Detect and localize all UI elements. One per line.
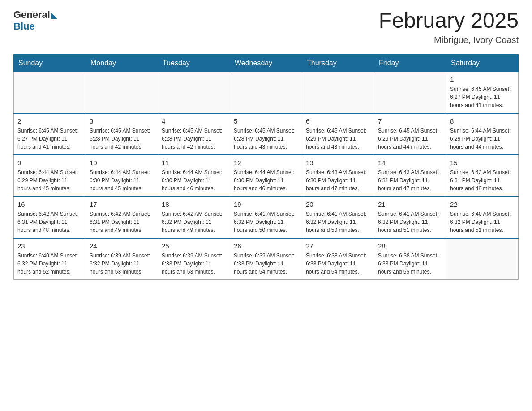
day-number: 25 — [162, 242, 226, 250]
day-number: 7 — [378, 117, 442, 125]
day-info: Sunrise: 6:45 AM Sunset: 6:27 PM Dayligh… — [17, 127, 82, 151]
day-info: Sunrise: 6:41 AM Sunset: 6:32 PM Dayligh… — [378, 210, 442, 234]
day-number: 2 — [17, 117, 82, 125]
day-info: Sunrise: 6:45 AM Sunset: 6:29 PM Dayligh… — [306, 127, 370, 151]
day-number: 22 — [450, 201, 515, 208]
day-info: Sunrise: 6:39 AM Sunset: 6:32 PM Dayligh… — [90, 252, 154, 276]
day-of-week-header: Friday — [374, 54, 446, 72]
day-number: 21 — [378, 201, 442, 208]
calendar-day-cell: 6Sunrise: 6:45 AM Sunset: 6:29 PM Daylig… — [302, 113, 374, 155]
logo-arrow-icon — [51, 13, 57, 19]
calendar-day-cell: 3Sunrise: 6:45 AM Sunset: 6:28 PM Daylig… — [86, 113, 158, 155]
day-number: 9 — [17, 159, 82, 167]
calendar-day-cell: 12Sunrise: 6:44 AM Sunset: 6:30 PM Dayli… — [230, 155, 302, 197]
day-of-week-header: Saturday — [446, 54, 519, 72]
calendar-day-cell: 27Sunrise: 6:38 AM Sunset: 6:33 PM Dayli… — [302, 238, 374, 280]
calendar-day-cell: 14Sunrise: 6:43 AM Sunset: 6:31 PM Dayli… — [374, 155, 446, 197]
month-title: February 2025 — [379, 9, 519, 33]
logo-general-text: General — [13, 9, 50, 21]
calendar-day-cell — [230, 72, 302, 113]
day-number: 19 — [234, 201, 298, 208]
calendar-week-row: 2Sunrise: 6:45 AM Sunset: 6:27 PM Daylig… — [14, 113, 519, 155]
calendar-day-cell: 1Sunrise: 6:45 AM Sunset: 6:27 PM Daylig… — [446, 72, 519, 113]
calendar-day-cell: 15Sunrise: 6:43 AM Sunset: 6:31 PM Dayli… — [446, 155, 519, 197]
day-info: Sunrise: 6:45 AM Sunset: 6:28 PM Dayligh… — [90, 127, 154, 151]
day-info: Sunrise: 6:39 AM Sunset: 6:33 PM Dayligh… — [162, 252, 226, 276]
calendar-week-row: 9Sunrise: 6:44 AM Sunset: 6:29 PM Daylig… — [14, 155, 519, 197]
day-info: Sunrise: 6:43 AM Sunset: 6:31 PM Dayligh… — [450, 168, 515, 193]
day-info: Sunrise: 6:38 AM Sunset: 6:33 PM Dayligh… — [378, 252, 442, 276]
calendar-day-cell: 11Sunrise: 6:44 AM Sunset: 6:30 PM Dayli… — [158, 155, 230, 197]
day-number: 10 — [90, 159, 154, 167]
day-number: 11 — [162, 159, 226, 167]
day-number: 28 — [378, 242, 442, 250]
calendar-day-cell: 9Sunrise: 6:44 AM Sunset: 6:29 PM Daylig… — [14, 155, 86, 197]
day-info: Sunrise: 6:43 AM Sunset: 6:30 PM Dayligh… — [306, 168, 370, 193]
calendar-day-cell: 5Sunrise: 6:45 AM Sunset: 6:28 PM Daylig… — [230, 113, 302, 155]
title-section: February 2025 Mibrigue, Ivory Coast — [379, 9, 519, 45]
day-info: Sunrise: 6:43 AM Sunset: 6:31 PM Dayligh… — [378, 168, 442, 193]
day-number: 26 — [234, 242, 298, 250]
calendar-day-cell — [302, 72, 374, 113]
day-number: 23 — [17, 242, 82, 250]
day-number: 15 — [450, 159, 515, 167]
calendar-week-row: 1Sunrise: 6:45 AM Sunset: 6:27 PM Daylig… — [14, 72, 519, 113]
calendar-day-cell — [14, 72, 86, 113]
location: Mibrigue, Ivory Coast — [379, 35, 519, 45]
calendar-day-cell: 4Sunrise: 6:45 AM Sunset: 6:28 PM Daylig… — [158, 113, 230, 155]
day-number: 3 — [90, 117, 154, 125]
calendar-day-cell: 21Sunrise: 6:41 AM Sunset: 6:32 PM Dayli… — [374, 197, 446, 238]
day-info: Sunrise: 6:44 AM Sunset: 6:30 PM Dayligh… — [162, 168, 226, 193]
day-number: 13 — [306, 159, 370, 167]
calendar-day-cell: 28Sunrise: 6:38 AM Sunset: 6:33 PM Dayli… — [374, 238, 446, 280]
calendar-day-cell: 10Sunrise: 6:44 AM Sunset: 6:30 PM Dayli… — [86, 155, 158, 197]
day-info: Sunrise: 6:45 AM Sunset: 6:28 PM Dayligh… — [162, 127, 226, 151]
day-info: Sunrise: 6:40 AM Sunset: 6:32 PM Dayligh… — [450, 210, 515, 234]
calendar-day-cell: 19Sunrise: 6:41 AM Sunset: 6:32 PM Dayli… — [230, 197, 302, 238]
day-info: Sunrise: 6:45 AM Sunset: 6:28 PM Dayligh… — [234, 127, 298, 151]
day-of-week-header: Sunday — [14, 54, 86, 72]
day-number: 6 — [306, 117, 370, 125]
day-of-week-header: Wednesday — [230, 54, 302, 72]
day-number: 17 — [90, 201, 154, 208]
day-info: Sunrise: 6:44 AM Sunset: 6:30 PM Dayligh… — [90, 168, 154, 193]
day-info: Sunrise: 6:42 AM Sunset: 6:31 PM Dayligh… — [90, 210, 154, 234]
logo: General Blue — [13, 9, 57, 32]
day-of-week-header: Tuesday — [158, 54, 230, 72]
day-info: Sunrise: 6:38 AM Sunset: 6:33 PM Dayligh… — [306, 252, 370, 276]
day-number: 16 — [17, 201, 82, 208]
day-info: Sunrise: 6:45 AM Sunset: 6:29 PM Dayligh… — [378, 127, 442, 151]
day-info: Sunrise: 6:45 AM Sunset: 6:27 PM Dayligh… — [450, 85, 515, 109]
day-of-week-header: Thursday — [302, 54, 374, 72]
day-info: Sunrise: 6:41 AM Sunset: 6:32 PM Dayligh… — [234, 210, 298, 234]
calendar-day-cell: 16Sunrise: 6:42 AM Sunset: 6:31 PM Dayli… — [14, 197, 86, 238]
calendar-day-cell — [158, 72, 230, 113]
day-info: Sunrise: 6:44 AM Sunset: 6:29 PM Dayligh… — [450, 127, 515, 151]
calendar-day-cell — [446, 238, 519, 280]
calendar-day-cell — [86, 72, 158, 113]
logo-blue-text: Blue — [13, 21, 35, 32]
day-number: 18 — [162, 201, 226, 208]
day-info: Sunrise: 6:44 AM Sunset: 6:29 PM Dayligh… — [17, 168, 82, 193]
day-info: Sunrise: 6:41 AM Sunset: 6:32 PM Dayligh… — [306, 210, 370, 234]
day-number: 20 — [306, 201, 370, 208]
calendar-day-cell: 24Sunrise: 6:39 AM Sunset: 6:32 PM Dayli… — [86, 238, 158, 280]
day-info: Sunrise: 6:40 AM Sunset: 6:32 PM Dayligh… — [17, 252, 82, 276]
calendar-day-cell: 22Sunrise: 6:40 AM Sunset: 6:32 PM Dayli… — [446, 197, 519, 238]
calendar-week-row: 23Sunrise: 6:40 AM Sunset: 6:32 PM Dayli… — [14, 238, 519, 280]
day-info: Sunrise: 6:39 AM Sunset: 6:33 PM Dayligh… — [234, 252, 298, 276]
calendar-header-row: SundayMondayTuesdayWednesdayThursdayFrid… — [14, 54, 519, 72]
calendar-day-cell: 25Sunrise: 6:39 AM Sunset: 6:33 PM Dayli… — [158, 238, 230, 280]
day-number: 8 — [450, 117, 515, 125]
day-info: Sunrise: 6:42 AM Sunset: 6:31 PM Dayligh… — [17, 210, 82, 234]
day-info: Sunrise: 6:44 AM Sunset: 6:30 PM Dayligh… — [234, 168, 298, 193]
day-number: 27 — [306, 242, 370, 250]
calendar-day-cell: 8Sunrise: 6:44 AM Sunset: 6:29 PM Daylig… — [446, 113, 519, 155]
calendar-day-cell: 7Sunrise: 6:45 AM Sunset: 6:29 PM Daylig… — [374, 113, 446, 155]
calendar-day-cell: 18Sunrise: 6:42 AM Sunset: 6:32 PM Dayli… — [158, 197, 230, 238]
day-number: 24 — [90, 242, 154, 250]
day-number: 12 — [234, 159, 298, 167]
calendar-day-cell: 13Sunrise: 6:43 AM Sunset: 6:30 PM Dayli… — [302, 155, 374, 197]
day-number: 1 — [450, 76, 515, 83]
day-number: 4 — [162, 117, 226, 125]
